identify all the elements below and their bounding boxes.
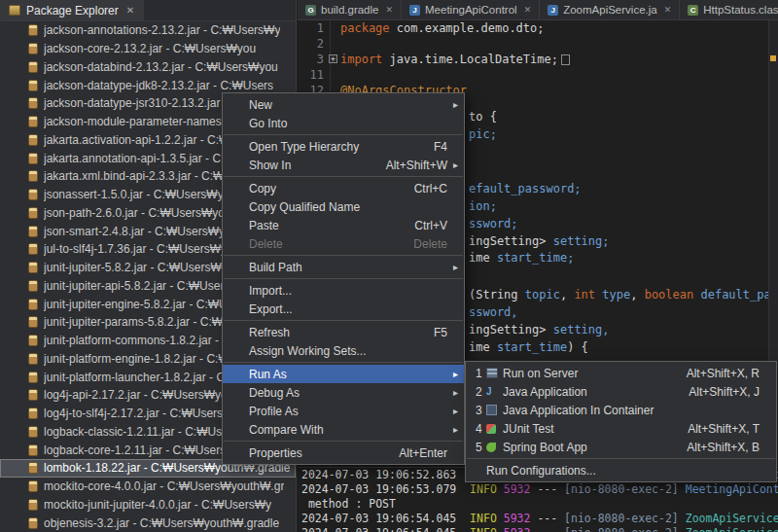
menu-item-number: 3 [476,404,486,417]
container-icon [486,405,503,416]
menu-item-show-in[interactable]: Show InAlt+Shift+W▸ [223,156,464,174]
jar-label: jsonassert-1.5.0.jar - C:₩Users₩youth [44,188,246,201]
menu-item-number: 4 [476,422,486,436]
jar-icon [28,316,38,328]
tab-close-icon[interactable]: ✕ [524,5,532,15]
fold-column [327,67,340,83]
code-text: package [340,21,397,35]
menu-item-run-on-server[interactable]: 1Run on ServerAlt+Shift+X, R [466,364,776,382]
menu-item-new[interactable]: New▸ [223,95,464,114]
code-text: java.time.LocalDateTime; [390,53,558,66]
menu-item-copy-qualified-name[interactable]: Copy Qualified Name [223,197,464,216]
fold-column [327,36,340,52]
menu-item-label: Profile As [249,405,299,418]
fold-expand-icon[interactable]: + [329,54,337,63]
menu-item-junit-test[interactable]: 4JUnit TestAlt+Shift+X, T [466,419,776,438]
tab-close-icon[interactable]: ✕ [664,5,672,15]
menu-item-spring-boot-app[interactable]: 5Spring Boot AppAlt+Shift+X, B [466,438,776,456]
tab-label: ZoomApiService.ja [563,4,657,16]
jar-list-item[interactable]: jackson-core-2.13.2.jar - C:₩Users₩you [0,40,296,58]
jar-icon [28,335,38,346]
console-line: 2024-07-03 19:06:54.045 INFO 5932 --- [n… [301,512,778,526]
folded-code-icon [561,54,570,65]
console-text: [nio-8080-exec-2] [564,482,679,496]
fold-column [327,20,340,36]
menu-separator [224,176,463,177]
menu-item-label: Import... [249,284,292,298]
menu-item-java-application-in-container[interactable]: 3Java Application In Container [466,401,776,419]
code-text: import [340,53,390,66]
menu-item-run-configurations[interactable]: Run Configurations... [466,461,776,479]
menu-shortcut: Alt+Shift+X, R [669,367,760,380]
jar-icon [28,243,38,255]
menu-item-label: Spring Boot App [503,441,587,454]
jar-icon [28,80,38,91]
console-text: INFO [470,526,497,532]
tab-close-icon[interactable]: ✕ [385,5,393,15]
menu-item-paste[interactable]: PasteCtrl+V [223,216,464,234]
jar-icon [28,24,38,36]
menu-item-java-application[interactable]: 2Java ApplicationAlt+Shift+X, J [466,382,776,401]
menu-item-delete: DeleteDelete [223,234,464,253]
jar-list-item[interactable]: jackson-annotations-2.13.2.jar - C:₩User… [0,21,296,40]
console-text [679,512,686,525]
menu-item-compare-with[interactable]: Compare With▸ [223,420,464,439]
menu-item-label: Export... [249,302,293,316]
jar-icon [28,462,38,474]
code-text: import java.time.LocalDateTime; [340,52,570,67]
menu-item-number: 1 [476,367,486,380]
jar-list-item[interactable]: jackson-databind-2.13.2.jar - C:₩Users₩y… [0,58,296,77]
editor-tab-zoomapiservice-ja[interactable]: JZoomApiService.ja✕ [540,0,680,19]
menu-item-open-type-hierarchy[interactable]: Open Type HierarchyF4 [223,137,464,156]
jar-icon [28,426,38,438]
code-line: 1package com.example.demo.dto; [298,20,768,36]
menu-shortcut: Alt+Shift+W [369,159,447,172]
eclipse-window: Package Explorer ✕ jackson-annotations-2… [0,0,778,532]
editor-tab-meetingapicontrol[interactable]: JMeetingApiControl✕ [402,0,540,19]
tab-label: HttpStatus.class [703,4,778,16]
code-line: 11 [298,67,768,83]
tab-label: build.gradle [321,4,378,16]
menu-item-copy[interactable]: CopyCtrl+C [223,179,464,197]
code-text: com.example.demo.dto; [397,21,545,35]
console-text: ZoomApiService [686,526,778,532]
context-menu: New▸Go IntoOpen Type HierarchyF4Show InA… [222,92,465,465]
console-text: MeetingApiControl [686,482,778,496]
jar-label: log4j-to-slf4j-2.17.2.jar - C:₩Users₩ [44,407,233,420]
console-line: 2024-07-03 19:06:54.045 INFO 5932 --- [n… [301,526,778,532]
view-title: Package Explorer [26,4,119,18]
menu-item-import[interactable]: Import... [223,281,464,300]
jar-label: junit-platform-commons-1.8.2.jar - C:₩ [44,334,245,347]
menu-separator [224,320,463,321]
menu-shortcut: Alt+Shift+X, T [670,422,760,436]
menu-item-run-as[interactable]: Run As▸ [223,365,464,383]
line-number: 11 [298,67,327,83]
menu-item-assign-working-sets[interactable]: Assign Working Sets... [223,341,464,360]
menu-item-export[interactable]: Export... [223,300,464,318]
menu-item-build-path[interactable]: Build Path▸ [223,258,464,276]
menu-item-refresh[interactable]: RefreshF5 [223,323,464,341]
menu-item-debug-as[interactable]: Debug As▸ [223,383,464,402]
menu-item-properties[interactable]: PropertiesAlt+Enter [223,443,464,462]
class-file-icon: C [688,5,698,16]
jar-icon [28,226,38,237]
menu-item-go-into[interactable]: Go Into [223,114,464,132]
jar-label: jackson-annotations-2.13.2.jar - C:₩User… [44,23,280,37]
jar-list-item[interactable]: mockito-junit-jupiter-4.0.0.jar - C:₩Use… [0,496,296,514]
editor-tab-httpstatus-class[interactable]: CHttpStatus.class✕ [680,0,778,19]
package-explorer-tab[interactable]: Package Explorer ✕ [0,0,144,20]
close-view-icon[interactable]: ✕ [126,5,134,16]
menu-item-profile-as[interactable]: Profile As▸ [223,402,464,420]
menu-item-label: Build Path [249,261,302,274]
jar-icon [28,372,38,383]
menu-shortcut: Alt+Shift+X, B [669,441,760,454]
menu-separator [467,458,775,459]
editor-tab-build-gradle[interactable]: Gbuild.gradle✕ [298,0,402,19]
jar-label: jackson-databind-2.13.2.jar - C:₩Users₩y… [44,60,278,74]
console-text: 5932 [504,512,531,525]
jar-list-item[interactable]: mockito-core-4.0.0.jar - C:₩Users₩youth₩… [0,478,296,496]
code-line: 2 [298,36,768,52]
jar-list-item[interactable]: objenesis-3.2.jar - C:₩Users₩youth₩.grad… [0,514,296,532]
console-text [679,526,686,532]
line-number: 1 [298,20,327,36]
